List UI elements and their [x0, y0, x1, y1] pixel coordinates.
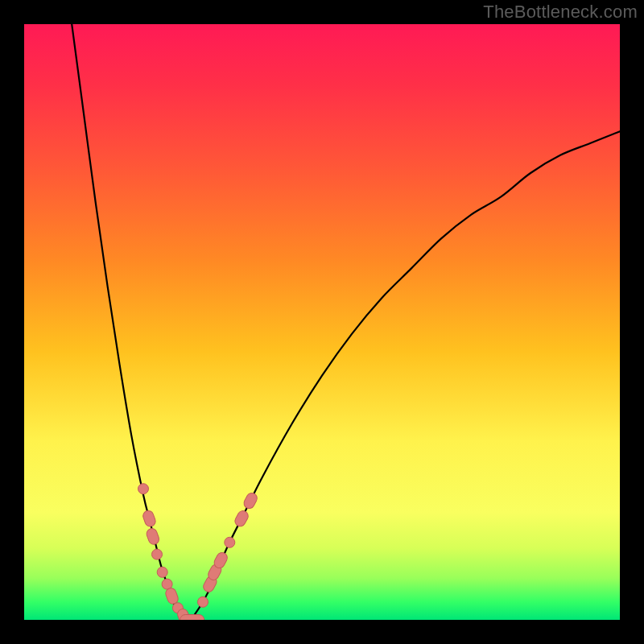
data-marker: [225, 537, 235, 547]
data-marker: [198, 597, 208, 607]
data-marker: [180, 615, 204, 621]
data-marker: [138, 484, 149, 494]
data-marker: [145, 527, 160, 546]
chart-svg: [24, 24, 620, 620]
data-marker: [142, 510, 157, 528]
data-marker: [233, 509, 250, 528]
chart-frame: TheBottleneck.com: [0, 0, 644, 644]
data-marker: [242, 491, 259, 510]
curve-left-branch: [72, 24, 185, 620]
marker-layer: [138, 484, 259, 620]
plot-area: [24, 24, 620, 620]
data-marker: [157, 567, 167, 577]
curve-right-branch: [191, 131, 620, 620]
watermark-text: TheBottleneck.com: [483, 2, 638, 23]
data-marker: [152, 549, 163, 559]
